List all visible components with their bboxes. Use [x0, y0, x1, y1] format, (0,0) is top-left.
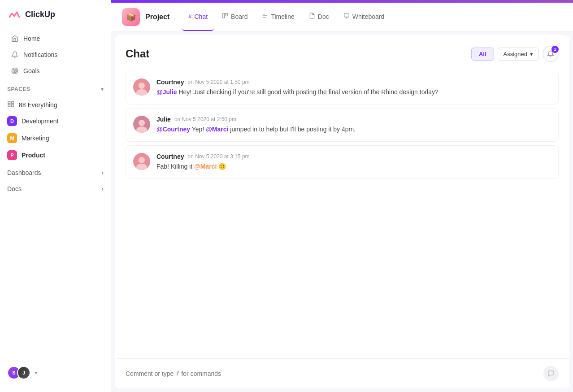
svg-point-24 [139, 157, 145, 163]
chat-tab-icon: # [188, 13, 191, 20]
tab-timeline[interactable]: Timeline [256, 3, 300, 31]
project-title: Project [145, 13, 169, 21]
tab-board[interactable]: Board [216, 3, 254, 31]
sidebar-item-goals[interactable]: Goals [4, 63, 107, 78]
sidebar: ClickUp Home Notifications Goals Spaces … [0, 0, 111, 392]
svg-rect-13 [344, 13, 349, 17]
chat-tab-label: Chat [194, 13, 208, 20]
sidebar-item-home[interactable]: Home [4, 31, 107, 46]
notification-badge: 1 [551, 46, 559, 53]
message-body-2: Julie on Nov 5 2020 at 2:50 pm @Courtney… [156, 116, 551, 134]
bell-icon [11, 51, 19, 59]
spaces-header: Spaces ▾ [0, 83, 111, 96]
msg-content-3a: Fab! Killing it [156, 163, 194, 170]
svg-rect-0 [7, 7, 22, 22]
mention-marci-2[interactable]: @Marci [194, 163, 217, 170]
board-tab-icon [222, 13, 228, 20]
docs-chevron-icon: › [101, 185, 104, 192]
message-content-1: Hey! Just checking if you're still good … [178, 88, 438, 96]
grid-icon [7, 100, 14, 109]
dashboards-chevron-icon: › [101, 169, 104, 176]
message-author-3: Courtney [156, 153, 184, 160]
user-avatar-group[interactable]: S J [7, 366, 30, 379]
home-icon [11, 35, 19, 43]
messages-list: Courtney on Nov 5 2020 at 1:50 pm @Julie… [126, 71, 559, 358]
message-meta-1: Courtney on Nov 5 2020 at 1:50 pm [156, 78, 551, 86]
message-row: Courtney on Nov 5 2020 at 3:15 pm Fab! K… [126, 145, 559, 179]
sidebar-item-everything[interactable]: 88 Everything [0, 97, 111, 112]
dashboards-label: Dashboards [7, 169, 41, 176]
comment-input-area [115, 358, 569, 388]
message-time-1: on Nov 5 2020 at 1:50 pm [187, 79, 249, 85]
message-author-1: Courtney [156, 78, 184, 86]
development-label: Development [22, 118, 59, 125]
project-icon: 📦 [122, 8, 140, 26]
message-body-3: Courtney on Nov 5 2020 at 3:15 pm Fab! K… [156, 153, 551, 171]
avatar-j: J [17, 366, 30, 379]
board-tab-label: Board [231, 13, 247, 20]
development-dot: D [7, 116, 17, 126]
mention-julie[interactable]: @Julie [156, 88, 177, 96]
timeline-tab-icon [262, 13, 268, 20]
svg-point-21 [139, 120, 145, 126]
sidebar-item-notifications[interactable]: Notifications [4, 47, 107, 62]
tab-doc[interactable]: Doc [303, 3, 335, 31]
send-icon [547, 370, 555, 377]
svg-rect-7 [11, 105, 13, 107]
sidebar-item-development[interactable]: D Development [0, 113, 111, 129]
clickup-logo-icon [7, 7, 22, 22]
message-text-3: Fab! Killing it @Marci 🙂 [156, 162, 551, 171]
avatar-courtney-2 [133, 153, 150, 170]
doc-tab-label: Doc [318, 13, 329, 20]
notification-bell-button[interactable]: 1 [543, 46, 559, 62]
everything-label: 88 Everything [19, 101, 57, 109]
svg-rect-6 [8, 105, 10, 107]
svg-point-18 [139, 83, 145, 89]
svg-rect-5 [11, 101, 13, 104]
tab-chat[interactable]: # Chat [182, 3, 214, 31]
docs-label: Docs [7, 185, 22, 192]
mention-courtney[interactable]: @Courtney [156, 126, 190, 133]
svg-rect-9 [226, 13, 227, 16]
comment-input[interactable] [126, 370, 538, 377]
whiteboard-tab-icon [343, 13, 350, 20]
avatar-courtney-1 [133, 78, 150, 96]
marketing-dot: M [7, 133, 17, 143]
chevron-down-icon[interactable]: ▾ [101, 86, 104, 92]
tab-bar: 📦 Project # Chat Board Timeline Doc [111, 3, 573, 31]
avatar-julie [133, 116, 150, 133]
sidebar-item-marketing[interactable]: M Marketing [0, 130, 111, 146]
marketing-label: Marketing [22, 135, 49, 142]
message-body-1: Courtney on Nov 5 2020 at 1:50 pm @Julie… [156, 78, 551, 97]
sidebar-item-docs[interactable]: Docs › [0, 182, 111, 196]
send-message-button[interactable] [543, 366, 559, 381]
sidebar-goals-label: Goals [23, 67, 40, 74]
message-meta-3: Courtney on Nov 5 2020 at 3:15 pm [156, 153, 551, 160]
svg-point-16 [550, 51, 551, 51]
msg-content-3b: 🙂 [218, 163, 226, 170]
product-label: Product [22, 152, 45, 159]
product-dot: P [7, 150, 17, 160]
whiteboard-tab-label: Whiteboard [352, 13, 385, 20]
logo-area: ClickUp [0, 7, 111, 30]
sidebar-item-dashboards[interactable]: Dashboards › [0, 166, 111, 180]
chat-title: Chat [126, 48, 149, 60]
doc-tab-icon [309, 13, 315, 20]
sidebar-home-label: Home [23, 35, 40, 42]
msg-content-2a: Yep! [192, 126, 206, 133]
footer-caret-icon[interactable]: ▾ [35, 370, 37, 375]
message-row: Julie on Nov 5 2020 at 2:50 pm @Courtney… [126, 108, 559, 142]
timeline-tab-label: Timeline [271, 13, 294, 20]
svg-point-2 [13, 69, 17, 73]
filter-assigned-dropdown[interactable]: Assigned ▾ [498, 48, 539, 61]
filter-all-button[interactable]: All [471, 48, 494, 61]
chat-header: Chat All Assigned ▾ 1 [126, 46, 559, 62]
svg-rect-4 [8, 101, 10, 104]
spaces-title: Spaces [7, 86, 30, 92]
tab-whiteboard[interactable]: Whiteboard [337, 3, 391, 31]
assigned-label: Assigned [504, 51, 527, 57]
mention-marci[interactable]: @Marci [206, 126, 228, 133]
chat-panel: Chat All Assigned ▾ 1 [115, 35, 569, 388]
message-time-2: on Nov 5 2020 at 2:50 pm [174, 116, 236, 122]
sidebar-item-product[interactable]: P Product [0, 147, 111, 163]
